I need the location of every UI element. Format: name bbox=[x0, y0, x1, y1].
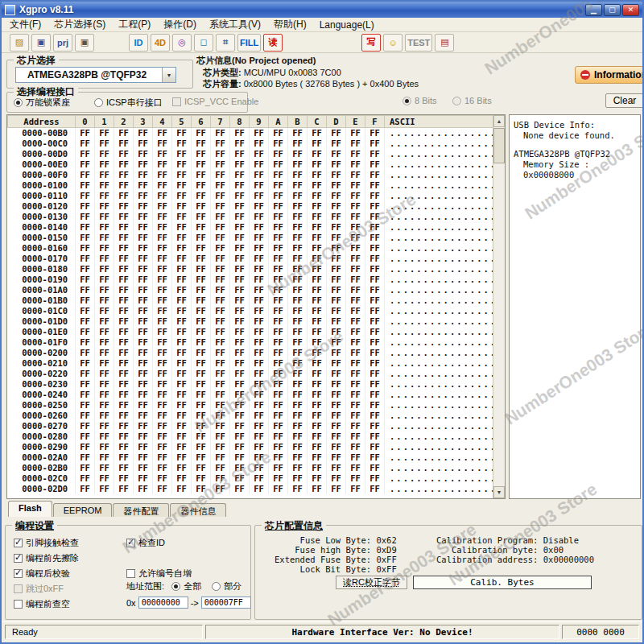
hex-byte-cell[interactable]: FF bbox=[95, 421, 114, 431]
hex-byte-cell[interactable]: FF bbox=[211, 348, 230, 358]
hex-byte-cell[interactable]: FF bbox=[308, 421, 327, 431]
hex-byte-cell[interactable]: FF bbox=[327, 295, 346, 306]
hex-byte-cell[interactable]: FF bbox=[346, 316, 365, 327]
hex-byte-cell[interactable]: FF bbox=[288, 484, 308, 494]
hex-byte-cell[interactable]: FF bbox=[365, 400, 385, 411]
hex-byte-cell[interactable]: FF bbox=[134, 254, 153, 264]
hex-row[interactable]: 0000-01E0FFFFFFFFFFFFFFFFFFFFFFFFFFFFFFF… bbox=[8, 327, 493, 337]
hex-byte-cell[interactable]: FF bbox=[269, 442, 288, 452]
hex-byte-cell[interactable]: FF bbox=[76, 222, 95, 233]
hex-byte-cell[interactable]: FF bbox=[76, 421, 95, 431]
hex-byte-cell[interactable]: FF bbox=[134, 358, 153, 369]
hex-byte-cell[interactable]: FF bbox=[114, 222, 134, 233]
hex-byte-cell[interactable]: FF bbox=[250, 390, 269, 400]
hex-byte-cell[interactable]: FF bbox=[95, 264, 114, 275]
hex-byte-cell[interactable]: FF bbox=[172, 233, 192, 243]
hex-byte-cell[interactable]: FF bbox=[250, 295, 269, 306]
menu-item-2[interactable]: 工程(P) bbox=[112, 17, 157, 32]
hex-byte-cell[interactable]: FF bbox=[250, 138, 269, 149]
hex-byte-cell[interactable]: FF bbox=[153, 442, 172, 452]
hex-byte-cell[interactable]: FF bbox=[288, 149, 308, 159]
hex-byte-cell[interactable]: FF bbox=[192, 306, 211, 316]
hex-byte-cell[interactable]: FF bbox=[269, 275, 288, 285]
hex-byte-cell[interactable]: FF bbox=[346, 306, 365, 316]
hex-byte-cell[interactable]: FF bbox=[95, 431, 114, 442]
range-all-radio-icon[interactable] bbox=[171, 582, 180, 591]
hex-byte-cell[interactable]: FF bbox=[288, 254, 308, 264]
hex-byte-cell[interactable]: FF bbox=[308, 411, 327, 421]
hex-byte-cell[interactable]: FF bbox=[153, 149, 172, 159]
hex-byte-cell[interactable]: FF bbox=[308, 442, 327, 452]
hex-byte-cell[interactable]: FF bbox=[153, 463, 172, 473]
hex-byte-cell[interactable]: FF bbox=[365, 222, 385, 233]
hex-byte-cell[interactable]: FF bbox=[114, 306, 134, 316]
hex-byte-cell[interactable]: FF bbox=[153, 369, 172, 379]
hex-byte-cell[interactable]: FF bbox=[288, 442, 308, 452]
hex-byte-cell[interactable]: FF bbox=[76, 243, 95, 254]
hex-byte-cell[interactable]: FF bbox=[192, 254, 211, 264]
hex-byte-cell[interactable]: FF bbox=[269, 170, 288, 180]
toolbar-test-device-icon[interactable]: TEST bbox=[405, 34, 432, 52]
hex-byte-cell[interactable]: FF bbox=[269, 138, 288, 149]
hex-byte-cell[interactable]: FF bbox=[172, 379, 192, 390]
hex-byte-cell[interactable]: FF bbox=[230, 411, 250, 421]
hex-byte-cell[interactable]: FF bbox=[269, 264, 288, 275]
hex-byte-cell[interactable]: FF bbox=[288, 421, 308, 431]
hex-byte-cell[interactable]: FF bbox=[365, 128, 385, 138]
hex-byte-cell[interactable]: FF bbox=[365, 442, 385, 452]
hex-byte-cell[interactable]: FF bbox=[230, 201, 250, 212]
hex-byte-cell[interactable]: FF bbox=[308, 243, 327, 254]
hex-byte-cell[interactable]: FF bbox=[134, 400, 153, 411]
hex-byte-cell[interactable]: FF bbox=[76, 295, 95, 306]
hex-byte-cell[interactable]: FF bbox=[250, 306, 269, 316]
hex-byte-cell[interactable]: FF bbox=[95, 254, 114, 264]
maximize-button[interactable]: ▢ bbox=[604, 4, 621, 16]
hex-byte-cell[interactable]: FF bbox=[172, 431, 192, 442]
hex-byte-cell[interactable]: FF bbox=[211, 484, 230, 494]
hex-byte-cell[interactable]: FF bbox=[365, 379, 385, 390]
hex-byte-cell[interactable]: FF bbox=[250, 285, 269, 295]
hex-byte-cell[interactable]: FF bbox=[365, 452, 385, 463]
hex-byte-cell[interactable]: FF bbox=[269, 348, 288, 358]
hex-byte-cell[interactable]: FF bbox=[153, 452, 172, 463]
hex-byte-cell[interactable]: FF bbox=[308, 390, 327, 400]
hex-byte-cell[interactable]: FF bbox=[288, 473, 308, 484]
hex-byte-cell[interactable]: FF bbox=[192, 285, 211, 295]
hex-byte-cell[interactable]: FF bbox=[114, 400, 134, 411]
hex-row[interactable]: 0000-01B0FFFFFFFFFFFFFFFFFFFFFFFFFFFFFFF… bbox=[8, 295, 493, 306]
hex-byte-cell[interactable]: FF bbox=[269, 285, 288, 295]
tab-器件信息[interactable]: 器件信息 bbox=[170, 503, 226, 517]
hex-row[interactable]: 0000-0140FFFFFFFFFFFFFFFFFFFFFFFFFFFFFFF… bbox=[8, 222, 493, 233]
hex-byte-cell[interactable]: FF bbox=[172, 400, 192, 411]
hex-byte-cell[interactable]: FF bbox=[288, 400, 308, 411]
hex-byte-cell[interactable]: FF bbox=[365, 358, 385, 369]
clear-button[interactable]: Clear bbox=[605, 93, 644, 108]
hex-byte-cell[interactable]: FF bbox=[95, 358, 114, 369]
hex-byte-cell[interactable]: FF bbox=[76, 149, 95, 159]
hex-byte-cell[interactable]: FF bbox=[76, 306, 95, 316]
hex-byte-cell[interactable]: FF bbox=[346, 285, 365, 295]
hex-byte-cell[interactable]: FF bbox=[250, 180, 269, 191]
hex-byte-cell[interactable]: FF bbox=[346, 358, 365, 369]
hex-byte-cell[interactable]: FF bbox=[192, 191, 211, 201]
hex-byte-cell[interactable]: FF bbox=[211, 170, 230, 180]
hex-byte-cell[interactable]: FF bbox=[365, 170, 385, 180]
hex-byte-cell[interactable]: FF bbox=[250, 212, 269, 222]
hex-byte-cell[interactable]: FF bbox=[114, 348, 134, 358]
hex-byte-cell[interactable]: FF bbox=[114, 170, 134, 180]
toolbar-open-file-icon[interactable]: ▨ bbox=[10, 34, 29, 52]
hex-byte-cell[interactable]: FF bbox=[308, 191, 327, 201]
hex-byte-cell[interactable]: FF bbox=[76, 128, 95, 138]
read-rc-bytes-button[interactable]: 读RC校正字节 bbox=[336, 576, 407, 589]
hex-byte-cell[interactable]: FF bbox=[346, 243, 365, 254]
hex-byte-cell[interactable]: FF bbox=[230, 421, 250, 431]
hex-byte-cell[interactable]: FF bbox=[95, 222, 114, 233]
hex-byte-cell[interactable]: FF bbox=[76, 411, 95, 421]
hex-byte-cell[interactable]: FF bbox=[250, 400, 269, 411]
hex-byte-cell[interactable]: FF bbox=[230, 306, 250, 316]
checkbox-编程前查空[interactable]: 编程前查空 bbox=[14, 598, 70, 610]
hex-byte-cell[interactable]: FF bbox=[230, 484, 250, 494]
hex-byte-cell[interactable]: FF bbox=[269, 484, 288, 494]
hex-byte-cell[interactable]: FF bbox=[134, 411, 153, 421]
hex-byte-cell[interactable]: FF bbox=[134, 348, 153, 358]
